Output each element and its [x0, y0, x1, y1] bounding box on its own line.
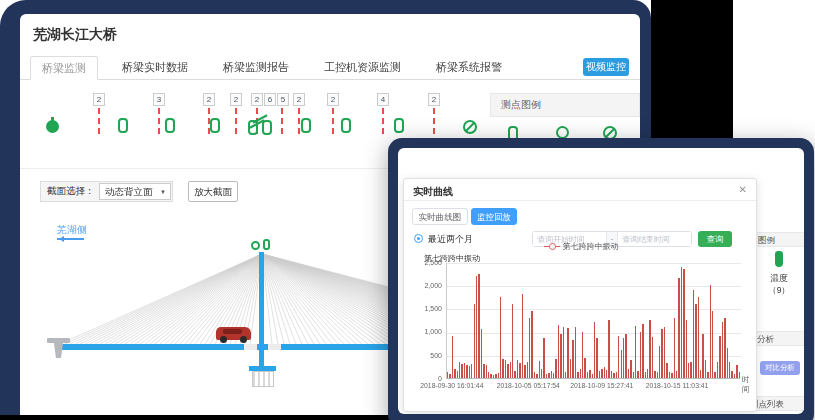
- chain-link-icon: [301, 118, 311, 133]
- enlarge-section-button[interactable]: 放大截面: [188, 181, 238, 202]
- chain-link-icon: [118, 118, 128, 133]
- sensor-count-badge: 6: [264, 93, 276, 106]
- tab-ipc-resource[interactable]: 工控机资源监测: [313, 56, 412, 80]
- y-tick-label: 1,500: [404, 305, 442, 312]
- ban-icon: [603, 126, 617, 138]
- deck-joint: [244, 344, 257, 350]
- x-tick-label: 2018-10-09 15:27:41: [570, 382, 633, 389]
- sensor-count-badge: 2: [251, 93, 263, 106]
- tower-pile-group: [252, 371, 274, 387]
- tab-system-alarm[interactable]: 桥梁系统报警: [425, 56, 513, 80]
- main-tabbar: 桥梁监测 桥梁实时数据 桥梁监测报告 工控机资源监测 桥梁系统报警: [20, 56, 640, 80]
- realtime-curve-dialog: 实时曲线 ✕ 实时曲线图 监控回放 最近两个月 - 查询 第七跨跨中振动 第七跨…: [403, 178, 757, 412]
- dialog-title: 实时曲线: [413, 185, 453, 199]
- y-tick-label: 1,000: [404, 328, 442, 335]
- left-pier: [47, 338, 70, 343]
- point-list-section-header: 测点列表: [754, 396, 804, 411]
- temperature-count: （9）: [754, 285, 804, 297]
- sensor-count-badge: 2: [93, 93, 105, 106]
- measure-point-legend-panel: 测点图例: [490, 93, 640, 138]
- multi-link-icon: [248, 114, 274, 136]
- sensor-marker-line: [298, 108, 300, 134]
- x-tick-label: 2018-10-15 11:03:41: [646, 382, 709, 389]
- y-tick-label: 500: [404, 352, 442, 359]
- legend-marker-icon: [544, 243, 560, 250]
- chain-link-icon: [210, 118, 220, 133]
- tab-bridge-monitoring[interactable]: 桥梁监测: [30, 56, 98, 80]
- overlay-right-panel: 图例 温度 （9） 对比分析 对比分析 测点列表: [754, 148, 804, 414]
- sensor-count-badge: 2: [203, 93, 215, 106]
- chain-link-icon: [263, 239, 270, 250]
- sensor-count-badge: 2: [327, 93, 339, 106]
- sensor-marker-line: [332, 108, 334, 134]
- chain-link-icon: [341, 118, 351, 133]
- thermometer-icon: [775, 251, 783, 267]
- sensor-marker-line: [158, 108, 160, 134]
- sensor-marker-line: [235, 108, 237, 134]
- video-monitor-button[interactable]: 视频监控: [583, 58, 629, 76]
- sensor-count-badge: 3: [153, 93, 165, 106]
- timer-icon: [46, 120, 59, 133]
- sensor-count-badge: 5: [277, 93, 289, 106]
- sensor-count-badge: 2: [428, 93, 440, 106]
- overlay-window: 图例 温度 （9） 对比分析 对比分析 测点列表 实时曲线 ✕ 实时曲线图 监控…: [398, 148, 804, 414]
- x-axis-unit: 时间: [742, 375, 756, 395]
- section-dropdown[interactable]: 动态背立面 ▼: [99, 183, 171, 200]
- chevron-down-icon: ▼: [160, 184, 166, 200]
- tab-monitor-playback[interactable]: 监控回放: [471, 208, 517, 225]
- sensor-marker-line: [433, 108, 435, 134]
- temperature-block[interactable]: 温度 （9）: [754, 251, 804, 297]
- circle-sensor-icon: [556, 126, 569, 138]
- timer-icon: [251, 241, 260, 250]
- y-tick-label: 2,500: [404, 259, 442, 266]
- chain-link-icon: [394, 118, 404, 133]
- tab-realtime-curve[interactable]: 实时曲线图: [412, 208, 468, 225]
- ban-icon: [463, 120, 477, 134]
- legend-panel-title: 测点图例: [490, 93, 640, 117]
- legend-section-header: 图例: [754, 232, 804, 247]
- sensor-count-badge: 2: [293, 93, 305, 106]
- chain-link-icon: [508, 126, 518, 138]
- page-title: 芜湖长江大桥: [33, 26, 117, 44]
- deck-joint: [268, 344, 281, 350]
- y-tick-label: 2,000: [404, 282, 442, 289]
- tab-monitoring-report[interactable]: 桥梁监测报告: [212, 56, 300, 80]
- section-select-label: 截面选择：: [41, 185, 95, 198]
- car-illustration: [216, 327, 251, 340]
- chart-plot-area[interactable]: [446, 263, 740, 379]
- sensor-count-badge: 4: [377, 93, 389, 106]
- section-select-group: 截面选择： 动态背立面 ▼: [40, 181, 173, 202]
- y-tick-label: 0: [404, 375, 442, 382]
- dialog-header: 实时曲线 ✕: [404, 179, 756, 201]
- sensor-marker-line: [281, 108, 283, 134]
- x-tick-label: 2018-09-30 16:01:44: [420, 382, 483, 389]
- sensor-count-badge: 2: [230, 93, 242, 106]
- sensor-marker-line: [382, 108, 384, 134]
- chain-link-icon: [165, 118, 175, 133]
- analysis-section-header: 对比分析: [754, 331, 804, 346]
- compare-analysis-button[interactable]: 对比分析: [760, 361, 800, 375]
- bridge-tower: [259, 252, 264, 368]
- x-tick-label: 2018-10-05 05:17:54: [497, 382, 560, 389]
- tab-realtime-data[interactable]: 桥梁实时数据: [111, 56, 199, 80]
- close-icon[interactable]: ✕: [739, 184, 747, 195]
- chart-legend[interactable]: 第七跨跨中振动: [404, 241, 758, 252]
- temperature-label: 温度: [754, 273, 804, 285]
- sensor-marker-line: [98, 108, 100, 134]
